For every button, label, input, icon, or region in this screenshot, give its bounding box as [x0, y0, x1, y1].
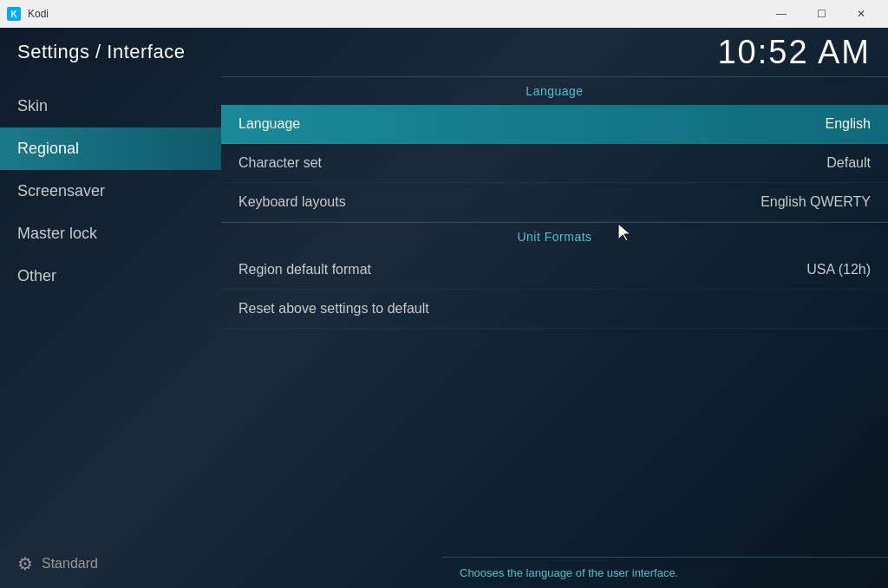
region-format-label: Region default format	[238, 262, 371, 278]
status-bar: Chooses the language of the user interfa…	[442, 557, 888, 588]
app-icon: K	[7, 7, 21, 21]
app-container: Settings / Interface 10:52 AM Skin Regio…	[0, 28, 888, 588]
clock: 10:52 AM	[717, 34, 871, 71]
language-label: Language	[238, 116, 300, 132]
sidebar-item-other[interactable]: Other	[0, 255, 221, 297]
settings-row-reset[interactable]: Reset above settings to default	[221, 290, 888, 329]
sidebar-item-skin[interactable]: Skin	[0, 85, 221, 127]
reset-label: Reset above settings to default	[238, 301, 429, 317]
keyboard-layouts-value: English QWERTY	[761, 194, 871, 210]
sidebar-label-skin: Skin	[17, 97, 48, 115]
page-title: Settings / Interface	[17, 41, 185, 63]
titlebar-controls: — ☐ ✕	[761, 0, 881, 28]
region-format-value: USA (12h)	[806, 262, 871, 278]
maximize-button[interactable]: ☐	[801, 0, 841, 28]
sidebar-item-regional[interactable]: Regional	[0, 127, 221, 170]
settings-row-region-format[interactable]: Region default format USA (12h)	[221, 251, 888, 290]
character-set-value: Default	[826, 155, 871, 171]
keyboard-layouts-label: Keyboard layouts	[238, 194, 346, 210]
minimize-button[interactable]: —	[761, 0, 801, 28]
language-value: English	[826, 116, 871, 132]
sidebar-item-masterlock[interactable]: Master lock	[0, 212, 221, 255]
section-header-unit-formats: Unit Formats	[221, 222, 888, 251]
sidebar: Skin Regional Screensaver Master lock Ot…	[0, 76, 221, 588]
settings-list: Language Language English Character set …	[221, 76, 888, 329]
gear-icon: ⚙	[17, 553, 33, 574]
main-content: Language Language English Character set …	[221, 76, 888, 588]
sidebar-item-screensaver[interactable]: Screensaver	[0, 170, 221, 212]
titlebar-left: K Kodi	[7, 7, 49, 21]
sidebar-label-other: Other	[17, 267, 56, 285]
settings-row-character-set[interactable]: Character set Default	[221, 144, 888, 183]
character-set-label: Character set	[238, 155, 322, 171]
sidebar-footer-label: Standard	[42, 556, 98, 572]
close-button[interactable]: ✕	[841, 0, 881, 28]
sidebar-label-masterlock: Master lock	[17, 225, 97, 243]
app-icon-letter: K	[10, 10, 16, 19]
sidebar-label-regional: Regional	[17, 140, 79, 158]
sidebar-footer[interactable]: ⚙ Standard	[0, 539, 221, 588]
section-header-language: Language	[221, 76, 888, 105]
sidebar-label-screensaver: Screensaver	[17, 182, 105, 200]
header: Settings / Interface 10:52 AM	[0, 28, 888, 76]
settings-row-language[interactable]: Language English	[221, 105, 888, 144]
titlebar-title: Kodi	[28, 8, 49, 20]
status-text: Chooses the language of the user interfa…	[460, 566, 678, 579]
titlebar: K Kodi — ☐ ✕	[0, 0, 888, 28]
settings-row-keyboard-layouts[interactable]: Keyboard layouts English QWERTY	[221, 183, 888, 222]
